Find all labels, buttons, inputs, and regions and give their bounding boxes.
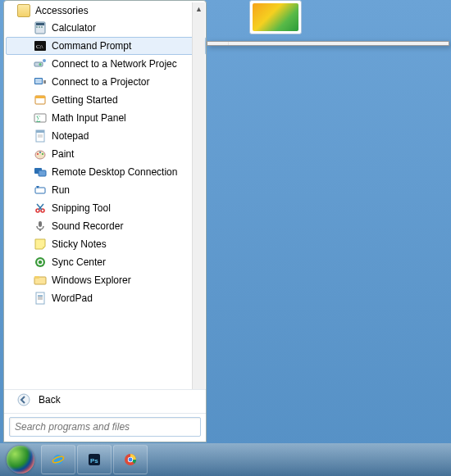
program-item-label: WordPad <box>52 292 93 304</box>
getting-started-icon <box>34 93 47 107</box>
explorer-icon <box>34 274 47 287</box>
svg-point-41 <box>18 394 30 406</box>
math-input-icon: ∑ <box>34 111 47 125</box>
program-item-command-prompt[interactable]: C:\Command Prompt <box>6 37 206 55</box>
svg-point-23 <box>39 152 41 153</box>
svg-point-8 <box>39 63 42 66</box>
svg-point-9 <box>43 59 46 62</box>
start-button[interactable] <box>2 445 39 474</box>
program-item-label: Remote Desktop Connection <box>52 166 177 178</box>
projector-icon <box>34 75 47 88</box>
program-item-sync-center[interactable]: Sync Center <box>6 253 206 271</box>
run-icon <box>34 184 47 197</box>
notepad-icon <box>34 129 47 143</box>
program-item-label: Sound Recorder <box>52 220 123 232</box>
wordpad-icon <box>34 292 47 305</box>
program-item-notepad[interactable]: Notepad <box>6 127 206 145</box>
svg-rect-18 <box>36 130 44 133</box>
program-item-label: Calculator <box>52 22 96 34</box>
scroll-up-arrow-icon[interactable]: ▲ <box>193 2 205 16</box>
svg-point-22 <box>37 153 39 155</box>
program-item-label: Connect to a Network Projec <box>52 58 177 70</box>
program-item-label: Run <box>52 184 70 196</box>
svg-point-34 <box>35 257 45 267</box>
svg-rect-1 <box>36 23 44 25</box>
calculator-icon <box>34 21 47 34</box>
svg-rect-26 <box>39 170 46 176</box>
svg-rect-32 <box>39 221 42 227</box>
program-item-label: Sticky Notes <box>52 238 107 250</box>
taskbar-pin-photoshop[interactable]: Ps <box>77 445 112 474</box>
folder-label: Accessories <box>35 5 89 16</box>
back-label: Back <box>39 394 61 406</box>
folder-open-icon <box>17 4 30 17</box>
start-orb-icon <box>7 446 34 474</box>
svg-rect-2 <box>36 26 38 28</box>
svg-rect-37 <box>36 292 44 304</box>
program-item-label: Getting Started <box>52 94 118 106</box>
rdc-icon <box>34 165 47 179</box>
svg-text:Ps: Ps <box>90 457 98 465</box>
svg-point-49 <box>129 458 133 462</box>
svg-rect-12 <box>43 80 46 84</box>
start-menu-right-panel <box>207 0 449 39</box>
program-item-snipping-tool[interactable]: Snipping Tool <box>6 199 206 217</box>
snipping-tool-icon <box>34 202 47 215</box>
program-item-label: Command Prompt <box>52 40 131 52</box>
user-picture-icon <box>253 3 298 31</box>
program-item-label: Sync Center <box>52 256 106 268</box>
program-item-sound-recorder[interactable]: Sound Recorder <box>6 217 206 235</box>
ie-icon <box>49 451 67 469</box>
program-item-label: Math Input Panel <box>52 112 126 124</box>
program-item-windows-explorer[interactable]: Windows Explorer <box>6 271 206 289</box>
folder-header-accessories[interactable]: Accessories <box>6 2 206 19</box>
program-item-label: Connect to a Projector <box>52 76 149 88</box>
search-input[interactable] <box>9 417 201 437</box>
svg-rect-11 <box>35 79 42 84</box>
sound-recorder-icon <box>34 220 47 233</box>
svg-point-24 <box>42 153 43 155</box>
program-item-connect-to-a-projector[interactable]: Connect to a Projector <box>6 73 206 91</box>
program-item-run[interactable]: Run <box>6 181 206 199</box>
context-menu <box>207 41 449 46</box>
paint-icon <box>34 147 47 161</box>
start-menu: Accessories CalculatorC:\Command PromptC… <box>3 0 207 442</box>
chrome-icon <box>121 451 139 469</box>
svg-text:C:\: C:\ <box>36 43 43 50</box>
program-item-wordpad[interactable]: WordPad <box>6 289 206 307</box>
program-item-getting-started[interactable]: Getting Started <box>6 91 206 109</box>
user-picture-frame[interactable] <box>249 0 302 34</box>
svg-rect-27 <box>35 188 45 193</box>
program-list-scrollbar[interactable]: ▲ <box>192 2 205 389</box>
program-item-remote-desktop-connection[interactable]: Remote Desktop Connection <box>6 163 206 181</box>
all-programs-list: Accessories CalculatorC:\Command PromptC… <box>4 1 206 389</box>
svg-rect-36 <box>34 276 39 279</box>
program-item-label: Paint <box>52 148 74 160</box>
program-item-sticky-notes[interactable]: Sticky Notes <box>6 235 206 253</box>
program-item-math-input-panel[interactable]: ∑Math Input Panel <box>6 109 206 127</box>
search-box-container <box>4 413 206 442</box>
cmd-icon: C:\ <box>34 39 47 52</box>
photoshop-icon: Ps <box>85 451 103 469</box>
network-projector-icon <box>34 57 47 70</box>
svg-text:∑: ∑ <box>36 115 41 122</box>
taskbar-pin-chrome[interactable] <box>113 445 148 474</box>
taskbar-pin-ie[interactable] <box>41 445 75 474</box>
program-item-label: Snipping Tool <box>52 202 111 214</box>
sync-center-icon <box>34 256 47 269</box>
program-item-paint[interactable]: Paint <box>6 145 206 163</box>
taskbar: Ps <box>0 443 451 476</box>
sticky-notes-icon <box>34 238 47 251</box>
svg-rect-3 <box>39 26 40 28</box>
program-item-calculator[interactable]: Calculator <box>6 19 206 37</box>
program-item-label: Windows Explorer <box>52 274 131 286</box>
program-item-label: Notepad <box>52 130 89 142</box>
back-button[interactable]: Back <box>4 389 206 413</box>
context-menu-gutter <box>207 42 229 45</box>
program-item-connect-to-a-network-projec[interactable]: Connect to a Network Projec <box>6 55 206 73</box>
svg-rect-14 <box>35 96 45 98</box>
svg-rect-4 <box>41 26 43 28</box>
back-arrow-icon <box>17 393 30 406</box>
